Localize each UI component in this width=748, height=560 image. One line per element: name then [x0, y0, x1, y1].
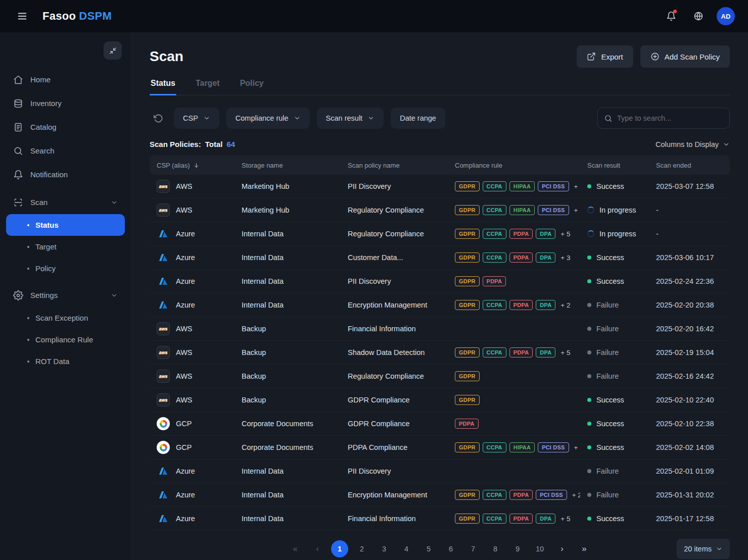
scan-table-body: awsAWSMarketing HubPII DiscoveryGDPRCCPA… — [150, 175, 730, 531]
app-root: Fasoo DSPM AD HomeInventoryCatalogSearch… — [0, 0, 748, 560]
compliance-badge: GDPR — [455, 205, 480, 215]
pagination-next-button[interactable]: › — [553, 540, 571, 557]
status-dot — [587, 374, 591, 378]
column-header-scan-result[interactable]: Scan result — [580, 156, 649, 175]
table-row[interactable]: awsAWSBackupRegulatory ComplianceGDPRFai… — [150, 365, 730, 388]
compliance-badge: GDPR — [455, 347, 480, 358]
aws-icon: aws — [157, 370, 170, 383]
status-dot — [587, 469, 591, 473]
tab-target[interactable]: Target — [195, 79, 221, 95]
status-dot — [587, 350, 591, 354]
status-dot — [587, 256, 591, 260]
sidebar-item-compliance-rule[interactable]: Compliance Rule — [6, 329, 125, 350]
notification-dot — [673, 10, 677, 13]
compliance-badge: PDPA — [509, 490, 533, 500]
azure-icon — [157, 298, 170, 312]
date-range-filter[interactable]: Date range — [391, 108, 445, 129]
scan-result-filter-dropdown[interactable]: Scan result — [317, 108, 384, 129]
add-scan-policy-button[interactable]: Add Scan Policy — [640, 45, 730, 68]
avatar[interactable]: AD — [717, 7, 735, 25]
compliance-badge: DPA — [536, 514, 555, 524]
aws-icon: aws — [157, 393, 170, 406]
items-per-page-label: 20 items — [684, 545, 712, 553]
compliance-badge: GDPR — [455, 514, 480, 524]
sidebar-item-inventory[interactable]: Inventory — [6, 91, 125, 115]
scan-policy-name: Regulatory Compliance — [348, 372, 424, 380]
pagination-page-1[interactable]: 1 — [331, 540, 348, 557]
export-button[interactable]: Export — [577, 45, 633, 68]
pagination-page-4[interactable]: 4 — [398, 540, 415, 557]
table-row[interactable]: AzureInternal DataEncryption ManagementG… — [150, 293, 730, 317]
pagination-first-button[interactable]: « — [287, 540, 304, 557]
pagination-page-7[interactable]: 7 — [464, 540, 482, 557]
compliance-badge: CCPA — [483, 205, 506, 215]
sidebar-nav: HomeInventoryCatalogSearchNotificationSc… — [6, 68, 125, 372]
sidebar-collapse-button[interactable] — [104, 41, 122, 60]
table-row[interactable]: awsAWSBackupShadow Data DetectionGDPRCCP… — [150, 341, 730, 365]
compliance-badge: GDPR — [455, 300, 480, 310]
sidebar-item-settings[interactable]: Settings — [6, 283, 125, 307]
pagination-previous-button[interactable]: ‹ — [309, 540, 326, 557]
sidebar-item-home[interactable]: Home — [6, 68, 125, 91]
sidebar-item-search[interactable]: Search — [6, 139, 125, 163]
sidebar-item-status[interactable]: Status — [6, 214, 125, 236]
table-row[interactable]: awsAWSMarketing HubPII DiscoveryGDPRCCPA… — [150, 175, 730, 198]
sidebar-item-target[interactable]: Target — [6, 236, 125, 258]
csp-name: Azure — [176, 515, 195, 523]
scan-result-text: Failure — [596, 301, 619, 309]
table-row[interactable]: awsAWSBackupGDPR ComplianceGDPRSuccess20… — [150, 388, 730, 412]
hamburger-menu-button[interactable] — [13, 7, 31, 25]
columns-to-display-button[interactable]: Columns to Display — [656, 140, 730, 148]
table-row[interactable]: AzureInternal DataFinancial InformationG… — [150, 507, 730, 531]
bullet-dot — [27, 268, 29, 270]
sidebar-item-scan-exception[interactable]: Scan Exception — [6, 307, 125, 329]
pagination-page-9[interactable]: 9 — [509, 540, 526, 557]
items-per-page-dropdown[interactable]: 20 items — [677, 539, 730, 559]
sidebar-item-rot-data[interactable]: ROT Data — [6, 350, 125, 372]
table-row[interactable]: awsAWSBackupFinancial InformationFailure… — [150, 317, 730, 341]
scan-result-text: Success — [596, 443, 624, 451]
table-row[interactable]: AzureInternal DataRegulatory ComplianceG… — [150, 222, 730, 246]
table-row[interactable]: GCPCorporate DocumentsPDPA ComplianceGDP… — [150, 436, 730, 460]
table-row[interactable]: AzureInternal DataEncryption ManagementG… — [150, 483, 730, 507]
table-row[interactable]: GCPCorporate DocumentsGDPR CompliancePDP… — [150, 412, 730, 436]
sort-descending-icon[interactable] — [193, 162, 200, 169]
compliance-badge: CCPA — [483, 514, 506, 524]
pagination-page-3[interactable]: 3 — [376, 540, 393, 557]
status-dot — [587, 184, 591, 188]
refresh-button[interactable] — [150, 110, 167, 127]
tab-policy[interactable]: Policy — [239, 79, 265, 95]
table-row[interactable]: AzureInternal DataPII DiscoveryGDPRPDPAS… — [150, 270, 730, 293]
compliance-rule-filter-dropdown[interactable]: Compliance rule — [226, 108, 310, 129]
table-row[interactable]: awsAWSMarketing HubRegulatory Compliance… — [150, 198, 730, 222]
status-dot — [587, 422, 591, 426]
pagination-page-6[interactable]: 6 — [442, 540, 459, 557]
column-header-csp-alias[interactable]: CSP (alias) — [150, 156, 235, 175]
pagination-page-5[interactable]: 5 — [420, 540, 437, 557]
sidebar-item-notification[interactable]: Notification — [6, 163, 125, 186]
search-box[interactable] — [597, 108, 730, 129]
language-globe-button[interactable] — [689, 7, 708, 25]
pagination-page-2[interactable]: 2 — [353, 540, 370, 557]
compliance-badge: DPA — [536, 300, 555, 310]
pagination-last-button[interactable]: » — [576, 540, 593, 557]
column-header-scan-ended[interactable]: Scan ended — [649, 156, 730, 175]
sidebar-item-label: Inventory — [30, 99, 62, 108]
tab-status[interactable]: Status — [150, 79, 176, 95]
pagination-page-10[interactable]: 10 — [531, 540, 548, 557]
csp-name: GCP — [176, 420, 192, 428]
table-row[interactable]: AzureInternal DataCustomer Data...GDPRCC… — [150, 246, 730, 270]
column-header-storage-name[interactable]: Storage name — [235, 156, 341, 175]
sidebar-item-policy[interactable]: Policy — [6, 258, 125, 279]
table-row[interactable]: AzureInternal DataPII DiscoveryFailure20… — [150, 460, 730, 483]
sidebar-item-scan[interactable]: Scan — [6, 190, 125, 214]
column-header-compliance-rule[interactable]: Compliance rule — [448, 156, 580, 175]
pagination-page-8[interactable]: 8 — [487, 540, 504, 557]
sidebar-item-catalog[interactable]: Catalog — [6, 115, 125, 139]
csp-filter-dropdown[interactable]: CSP — [174, 108, 219, 129]
scan-result-text: Success — [596, 420, 624, 428]
search-input[interactable] — [617, 114, 723, 122]
csp-name: Azure — [176, 467, 195, 475]
notifications-bell-button[interactable] — [662, 7, 680, 25]
column-header-scan-policy-name[interactable]: Scan policy name — [341, 156, 448, 175]
